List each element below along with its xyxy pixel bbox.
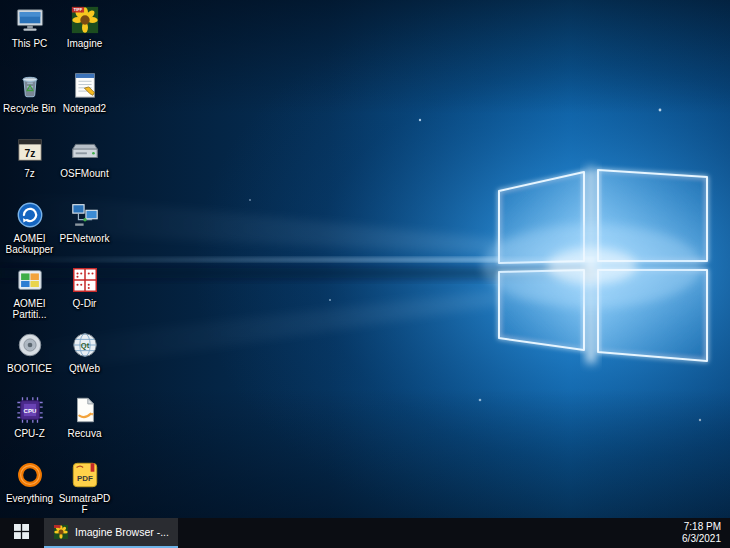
notepad2-icon bbox=[70, 70, 100, 100]
desktop-icon-label: Q-Dir bbox=[73, 298, 97, 309]
start-button[interactable] bbox=[0, 518, 42, 548]
desktop-icon-aomei-backupper[interactable]: AOMEI Backupper bbox=[2, 197, 57, 262]
desktop-icon-notepad2[interactable]: Notepad2 bbox=[57, 67, 112, 132]
imagine-icon: TIFF bbox=[70, 5, 100, 35]
osfmount-icon bbox=[70, 135, 100, 165]
desktop-icon-label: BOOTICE bbox=[7, 363, 52, 374]
taskbar-item-imagine-browser[interactable]: Imagine Browser -... bbox=[44, 518, 178, 548]
bootice-icon bbox=[15, 330, 45, 360]
desktop-icon-this-pc[interactable]: This PC bbox=[2, 2, 57, 67]
desktop-icon-penetwork[interactable]: PENetwork bbox=[57, 197, 112, 262]
desktop-icon-label: OSFMount bbox=[60, 168, 108, 179]
windows-desktop: This PC Recycle Bin 7z 7z AOMEI Backuppe… bbox=[0, 0, 730, 548]
desktop-icon-imagine[interactable]: TIFF Imagine bbox=[57, 2, 112, 67]
desktop-icon-aomei-partition[interactable]: AOMEI Partiti... bbox=[2, 262, 57, 327]
desktop-icon-label: Imagine bbox=[67, 38, 103, 49]
svg-text:PDF: PDF bbox=[77, 474, 93, 483]
desktop-icon-label: 7z bbox=[24, 168, 35, 179]
desktop-icon-qtweb[interactable]: Qt QtWeb bbox=[57, 327, 112, 392]
desktop-icon-7z[interactable]: 7z 7z bbox=[2, 132, 57, 197]
aomei-partition-icon bbox=[15, 265, 45, 295]
svg-text:CPU: CPU bbox=[23, 407, 36, 414]
desktop-icon-label: Recuva bbox=[68, 428, 102, 439]
desktop-icon-label: CPU-Z bbox=[14, 428, 45, 439]
clock-time: 7:18 PM bbox=[682, 521, 721, 533]
this-pc-icon bbox=[15, 5, 45, 35]
desktop-icon-recycle-bin[interactable]: Recycle Bin bbox=[2, 67, 57, 132]
7zip-icon: 7z bbox=[15, 135, 45, 165]
taskbar: Imagine Browser -... 7:18 PM 6/3/2021 bbox=[0, 518, 730, 548]
desktop-icon-label: Recycle Bin bbox=[3, 103, 56, 114]
desktop-icon-recuva[interactable]: Recuva bbox=[57, 392, 112, 457]
desktop-icon-label: AOMEI Backupper bbox=[2, 233, 57, 255]
desktop-icon-label: Everything bbox=[6, 493, 53, 504]
clock-date: 6/3/2021 bbox=[682, 533, 721, 545]
svg-text:TIFF: TIFF bbox=[73, 7, 82, 12]
svg-text:7z: 7z bbox=[24, 148, 35, 159]
desktop-icon-cpu-z[interactable]: CPU CPU-Z bbox=[2, 392, 57, 457]
recuva-icon bbox=[70, 395, 100, 425]
windows-logo-icon bbox=[14, 524, 29, 542]
desktop-icon-label: QtWeb bbox=[69, 363, 100, 374]
desktop-icons: This PC Recycle Bin 7z 7z AOMEI Backuppe… bbox=[2, 2, 112, 522]
desktop-icon-everything[interactable]: Everything bbox=[2, 457, 57, 522]
desktop-icon-label: This PC bbox=[12, 38, 48, 49]
svg-text:Qt: Qt bbox=[80, 341, 89, 350]
aomei-backupper-icon bbox=[15, 200, 45, 230]
everything-icon bbox=[15, 460, 45, 490]
qtweb-icon: Qt bbox=[70, 330, 100, 360]
cpu-z-icon: CPU bbox=[15, 395, 45, 425]
desktop-icon-q-dir[interactable]: Q-Dir bbox=[57, 262, 112, 327]
desktop-icon-sumatrapdf[interactable]: PDF SumatraPDF bbox=[57, 457, 112, 522]
desktop-icon-label: Notepad2 bbox=[63, 103, 106, 114]
desktop-icon-label: PENetwork bbox=[59, 233, 109, 244]
taskbar-item-label: Imagine Browser -... bbox=[75, 526, 169, 538]
imagine-icon bbox=[53, 524, 69, 540]
desktop-icon-bootice[interactable]: BOOTICE bbox=[2, 327, 57, 392]
penetwork-icon bbox=[70, 200, 100, 230]
taskbar-clock[interactable]: 7:18 PM 6/3/2021 bbox=[673, 518, 730, 548]
desktop-icon-label: SumatraPDF bbox=[57, 493, 113, 515]
desktop-icon-osfmount[interactable]: OSFMount bbox=[57, 132, 112, 197]
recycle-bin-icon bbox=[15, 70, 45, 100]
sumatrapdf-icon: PDF bbox=[70, 460, 100, 490]
desktop-icon-label: AOMEI Partiti... bbox=[2, 298, 57, 320]
q-dir-icon bbox=[70, 265, 100, 295]
